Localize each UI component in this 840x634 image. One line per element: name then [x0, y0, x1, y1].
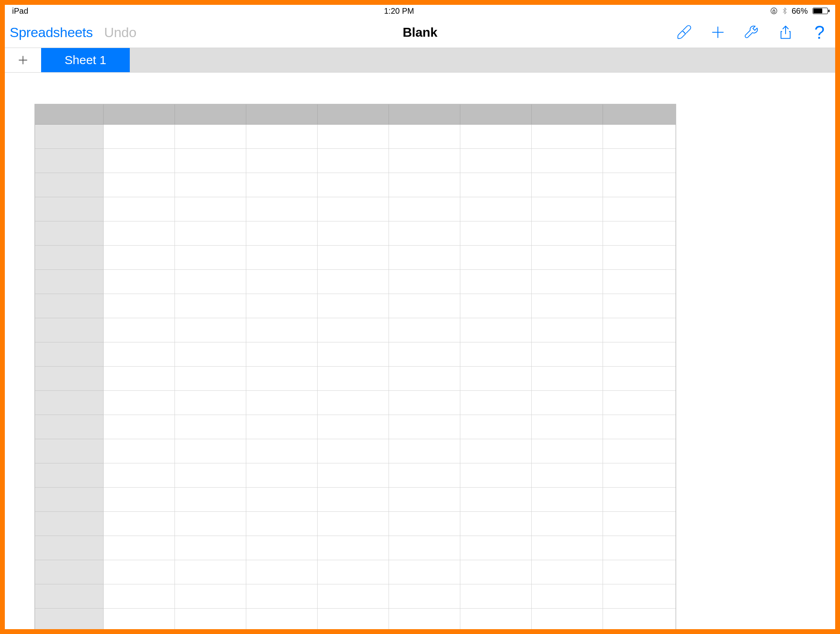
- cell[interactable]: [175, 488, 246, 512]
- cell[interactable]: [460, 609, 532, 629]
- cell[interactable]: [246, 463, 318, 488]
- column-header[interactable]: [603, 104, 676, 125]
- cell[interactable]: [532, 391, 603, 415]
- cell[interactable]: [318, 197, 389, 221]
- spreadsheet-table[interactable]: [35, 104, 676, 629]
- cell[interactable]: [460, 391, 532, 415]
- cell[interactable]: [175, 512, 246, 536]
- cell[interactable]: [104, 560, 175, 584]
- cell[interactable]: [318, 318, 389, 342]
- row-header[interactable]: [35, 609, 104, 629]
- cell[interactable]: [318, 584, 389, 609]
- cell[interactable]: [532, 342, 603, 367]
- cell[interactable]: [104, 246, 175, 270]
- cell[interactable]: [532, 560, 603, 584]
- cell[interactable]: [104, 197, 175, 221]
- row-header[interactable]: [35, 149, 104, 173]
- row-header[interactable]: [35, 488, 104, 512]
- cell[interactable]: [532, 125, 603, 149]
- undo-button[interactable]: Undo: [104, 25, 136, 40]
- cell[interactable]: [246, 342, 318, 367]
- cell[interactable]: [175, 560, 246, 584]
- cell[interactable]: [104, 173, 175, 197]
- row-header[interactable]: [35, 391, 104, 415]
- cell[interactable]: [318, 173, 389, 197]
- cell[interactable]: [532, 294, 603, 318]
- column-header[interactable]: [246, 104, 318, 125]
- row-header[interactable]: [35, 463, 104, 488]
- tools-button[interactable]: [743, 24, 760, 41]
- cell[interactable]: [460, 488, 532, 512]
- cell[interactable]: [246, 318, 318, 342]
- cell[interactable]: [104, 584, 175, 609]
- row-header[interactable]: [35, 584, 104, 609]
- cell[interactable]: [460, 536, 532, 560]
- cell[interactable]: [175, 342, 246, 367]
- cell[interactable]: [246, 246, 318, 270]
- cell[interactable]: [318, 342, 389, 367]
- cell[interactable]: [389, 391, 460, 415]
- row-header[interactable]: [35, 415, 104, 439]
- cell[interactable]: [389, 246, 460, 270]
- cell[interactable]: [175, 197, 246, 221]
- cell[interactable]: [460, 270, 532, 294]
- cell[interactable]: [460, 415, 532, 439]
- cell[interactable]: [460, 439, 532, 463]
- cell[interactable]: [246, 415, 318, 439]
- cell[interactable]: [246, 488, 318, 512]
- cell[interactable]: [603, 125, 676, 149]
- cell[interactable]: [603, 149, 676, 173]
- cell[interactable]: [246, 221, 318, 246]
- cell[interactable]: [389, 367, 460, 391]
- cell[interactable]: [104, 463, 175, 488]
- cell[interactable]: [246, 609, 318, 629]
- cell[interactable]: [603, 173, 676, 197]
- cell[interactable]: [318, 512, 389, 536]
- cell[interactable]: [460, 294, 532, 318]
- cell[interactable]: [603, 246, 676, 270]
- cell[interactable]: [389, 584, 460, 609]
- cell[interactable]: [389, 342, 460, 367]
- cell[interactable]: [318, 294, 389, 318]
- row-header[interactable]: [35, 221, 104, 246]
- column-header[interactable]: [318, 104, 389, 125]
- cell[interactable]: [460, 197, 532, 221]
- cell[interactable]: [603, 270, 676, 294]
- cell[interactable]: [532, 197, 603, 221]
- cell[interactable]: [246, 270, 318, 294]
- cell[interactable]: [104, 149, 175, 173]
- cell[interactable]: [318, 270, 389, 294]
- cell[interactable]: [318, 488, 389, 512]
- cell[interactable]: [460, 149, 532, 173]
- cell[interactable]: [104, 270, 175, 294]
- cell[interactable]: [532, 173, 603, 197]
- cell[interactable]: [246, 512, 318, 536]
- cell[interactable]: [389, 463, 460, 488]
- cell[interactable]: [603, 512, 676, 536]
- cell[interactable]: [175, 536, 246, 560]
- cell[interactable]: [532, 488, 603, 512]
- cell[interactable]: [246, 560, 318, 584]
- cell[interactable]: [175, 415, 246, 439]
- cell[interactable]: [603, 560, 676, 584]
- cell[interactable]: [318, 560, 389, 584]
- cell[interactable]: [175, 270, 246, 294]
- row-header[interactable]: [35, 197, 104, 221]
- cell[interactable]: [389, 125, 460, 149]
- cell[interactable]: [104, 536, 175, 560]
- cell[interactable]: [104, 512, 175, 536]
- cell[interactable]: [603, 197, 676, 221]
- cell[interactable]: [104, 125, 175, 149]
- column-header[interactable]: [389, 104, 460, 125]
- cell[interactable]: [603, 439, 676, 463]
- cell[interactable]: [104, 488, 175, 512]
- cell[interactable]: [460, 560, 532, 584]
- cell[interactable]: [104, 609, 175, 629]
- cell[interactable]: [532, 149, 603, 173]
- cell[interactable]: [389, 197, 460, 221]
- cell[interactable]: [532, 463, 603, 488]
- cell[interactable]: [532, 536, 603, 560]
- back-button[interactable]: Spreadsheets: [10, 25, 93, 40]
- cell[interactable]: [318, 149, 389, 173]
- cell[interactable]: [318, 125, 389, 149]
